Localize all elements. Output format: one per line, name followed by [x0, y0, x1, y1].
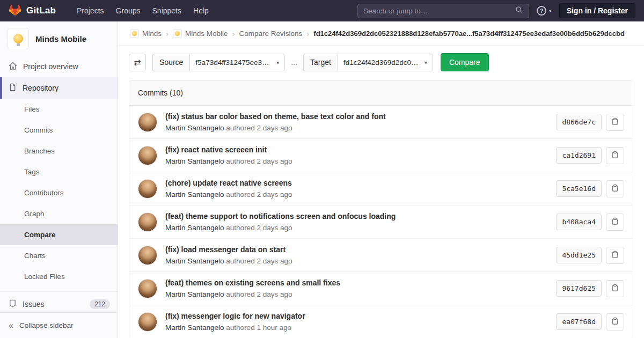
commit-actions: 45dd1e25 [556, 247, 624, 264]
breadcrumb-item-compare-revisions[interactable]: Compare Revisions [239, 30, 303, 38]
commit-actions: d866de7c [556, 114, 624, 131]
commits-panel-header: Commits (10) [129, 80, 633, 106]
sidebar-item-contributors[interactable]: Contributors [0, 182, 118, 203]
commit-info: (fix) react native screeen init Martin S… [165, 145, 546, 165]
sidebar-item-locked-files[interactable]: Locked Files [0, 266, 118, 287]
issues-icon [9, 299, 17, 309]
commit-row: (fix) react native screeen init Martin S… [129, 139, 633, 172]
copy-sha-button[interactable] [606, 114, 624, 131]
compare-button[interactable]: Compare [441, 53, 489, 71]
sidebar-item-label: Repository [23, 84, 58, 92]
sidebar-item-repository[interactable]: Repository [0, 77, 118, 99]
help-dropdown[interactable]: ? ▾ [537, 6, 552, 16]
sidebar-item-project-overview[interactable]: Project overview [0, 56, 118, 77]
home-icon [9, 62, 17, 72]
sidebar-project-header[interactable]: Minds Mobile [0, 21, 118, 56]
copy-sha-button[interactable] [606, 214, 624, 231]
author-avatar[interactable] [138, 312, 157, 332]
sidebar-item-graph[interactable]: Graph [0, 203, 118, 224]
commit-title-link[interactable]: (chore) update react native screens [165, 179, 546, 187]
commit-sha-link[interactable]: 45dd1e25 [556, 247, 602, 263]
sidebar-item-files[interactable]: Files [0, 99, 118, 120]
commit-row: (fix) status bar color based on theme, b… [129, 106, 633, 139]
target-input-group: Target fd1c24f42d369d2dc052… ▾ [303, 54, 433, 71]
breadcrumb: Minds › Minds Mobile › Compare Revisions… [118, 21, 644, 46]
commit-authored-ago: authored 2 days ago [226, 224, 292, 232]
sidebar-item-compare[interactable]: Compare [0, 224, 118, 245]
search-input[interactable] [363, 7, 515, 15]
clipboard-icon [611, 217, 619, 227]
commit-author-link[interactable]: Martin Santangelo [165, 257, 224, 265]
target-ref-dropdown[interactable]: fd1c24f42d369d2dc052… ▾ [338, 54, 433, 71]
commit-meta: Martin Santangelo authored 1 hour ago [165, 324, 546, 332]
global-search-box[interactable] [357, 4, 529, 18]
navbar-menu: Projects Groups Snippets Help [71, 0, 215, 21]
commit-sha-link[interactable]: 5ca5e16d [556, 180, 602, 197]
commit-author-link[interactable]: Martin Santangelo [165, 190, 224, 199]
commit-title-link[interactable]: (fix) load messenger data on start [165, 245, 546, 254]
author-avatar[interactable] [138, 246, 157, 265]
chevron-right-icon: › [232, 29, 235, 38]
nav-item-help[interactable]: Help [187, 0, 215, 21]
nav-item-snippets[interactable]: Snippets [147, 0, 187, 21]
sidebar-item-label: Project overview [23, 62, 78, 71]
commit-title-link[interactable]: (fix) status bar color based on theme, b… [165, 112, 546, 121]
copy-sha-button[interactable] [606, 147, 624, 164]
commit-title-link[interactable]: (feat) themes on existing screens and sm… [165, 278, 546, 287]
group-avatar [130, 29, 139, 38]
gitlab-logo-link[interactable]: GitLab [9, 4, 56, 18]
commit-authored-ago: authored 2 days ago [226, 190, 292, 199]
clipboard-icon [611, 251, 619, 260]
collapse-sidebar-button[interactable]: « Collapse sidebar [0, 312, 118, 338]
chevron-down-icon: ▾ [549, 8, 552, 13]
commit-info: (fix) load messenger data on start Marti… [165, 245, 546, 265]
author-avatar[interactable] [138, 279, 157, 298]
lightbulb-icon [13, 34, 23, 43]
swap-revisions-button[interactable]: ⇄ [129, 54, 146, 71]
copy-sha-button[interactable] [606, 180, 624, 197]
author-avatar[interactable] [138, 179, 157, 199]
commit-author-link[interactable]: Martin Santangelo [165, 124, 224, 132]
source-ref-dropdown[interactable]: f5a73d4ff312475ee3ed… ▾ [189, 54, 285, 71]
author-avatar[interactable] [138, 212, 157, 232]
commit-sha-link[interactable]: ea07f68d [556, 313, 602, 330]
clipboard-icon [611, 317, 619, 327]
breadcrumb-item-minds-mobile[interactable]: Minds Mobile [173, 29, 228, 38]
commit-author-link[interactable]: Martin Santangelo [165, 290, 224, 298]
sidebar-item-label: Issues [23, 300, 44, 308]
commit-author-link[interactable]: Martin Santangelo [165, 157, 224, 165]
author-avatar[interactable] [138, 113, 157, 132]
commit-authored-ago: authored 1 hour ago [226, 324, 291, 332]
commit-sha-link[interactable]: 9617d625 [556, 280, 602, 297]
commit-meta: Martin Santangelo authored 2 days ago [165, 157, 546, 165]
commit-title-link[interactable]: (fix) react native screeen init [165, 145, 546, 154]
breadcrumb-item-minds[interactable]: Minds [130, 29, 162, 38]
commit-sha-link[interactable]: ca1d2691 [556, 147, 602, 164]
commit-actions: ea07f68d [556, 313, 624, 330]
search-icon [515, 6, 523, 16]
sign-in-register-button[interactable]: Sign in / Register [559, 3, 635, 18]
nav-item-groups[interactable]: Groups [110, 0, 147, 21]
commit-info: (feat) theme support to notifications sc… [165, 212, 546, 232]
brand-wordmark: GitLab [26, 5, 56, 16]
swap-arrows-icon: ⇄ [134, 57, 141, 68]
commit-authored-ago: authored 2 days ago [226, 257, 292, 265]
sidebar-item-commits[interactable]: Commits [0, 120, 118, 141]
commit-title-link[interactable]: (fix) messenger logic for new navigator [165, 312, 546, 320]
sidebar-item-tags[interactable]: Tags [0, 161, 118, 182]
commit-title-link[interactable]: (feat) theme support to notifications sc… [165, 212, 546, 221]
commit-author-link[interactable]: Martin Santangelo [165, 224, 224, 232]
commit-info: (fix) messenger logic for new navigator … [165, 312, 546, 332]
sidebar-item-branches[interactable]: Branches [0, 141, 118, 161]
commit-sha-link[interactable]: d866de7c [556, 114, 602, 130]
commit-author-link[interactable]: Martin Santangelo [165, 324, 224, 332]
clipboard-icon [611, 184, 619, 194]
commit-sha-link[interactable]: b408aca4 [556, 214, 602, 230]
copy-sha-button[interactable] [606, 247, 624, 264]
main-content: Minds › Minds Mobile › Compare Revisions… [118, 21, 644, 338]
author-avatar[interactable] [138, 146, 157, 165]
nav-item-projects[interactable]: Projects [71, 0, 110, 21]
copy-sha-button[interactable] [606, 280, 624, 297]
sidebar-item-charts[interactable]: Charts [0, 245, 118, 266]
copy-sha-button[interactable] [606, 313, 624, 330]
